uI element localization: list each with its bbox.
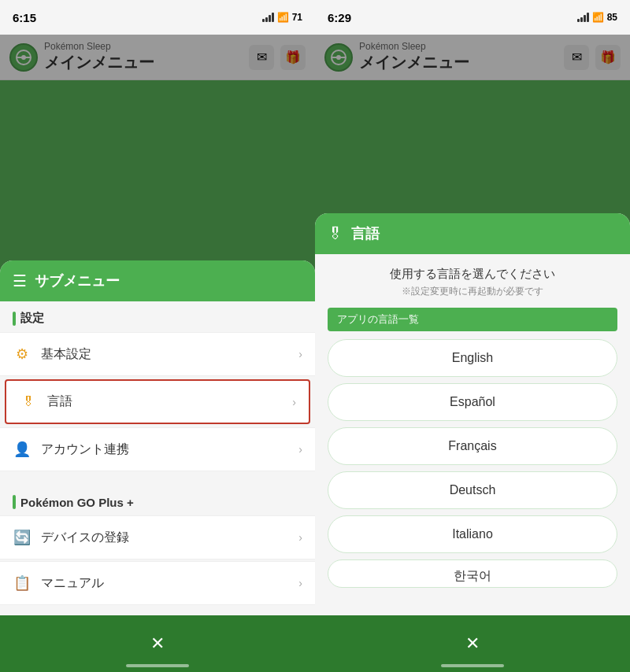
language-option-english[interactable]: English (328, 339, 617, 377)
home-indicator-right (441, 664, 504, 667)
time-right: 6:29 (328, 11, 351, 24)
hamburger-icon: ☰ (13, 271, 27, 290)
language-list-header: アプリの言語一覧 (328, 308, 617, 331)
language-header-icon: 🎖 (328, 225, 343, 243)
battery-left: 71 (292, 12, 302, 23)
section-bar-pokemon (13, 495, 16, 509)
language-option-espanol[interactable]: Español (328, 383, 617, 421)
section-label-pokemon-go: Pokémon GO Plus + (0, 486, 315, 514)
language-modal: 🎖 言語 使用する言語を選んでください ※設定変更時に再起動が必要です アプリの… (315, 213, 630, 672)
close-x-icon-right[interactable]: ✕ (465, 633, 480, 654)
language-option-deutsch[interactable]: Deutsch (328, 471, 617, 509)
language-option-italiano[interactable]: Italiano (328, 515, 617, 553)
left-phone-panel: 6:15 📶 71 Pokémo (0, 0, 315, 672)
submenu-modal: ☰ サブメニュー 設定 ⚙ 基本設定 › 🎖 言 (0, 260, 315, 672)
language-icon: 🎖 (19, 395, 38, 409)
modal-header-right: 🎖 言語 (315, 213, 630, 254)
menu-item-manual[interactable]: 📋 マニュアル › (0, 561, 315, 605)
right-phone-panel: 6:29 📶 85 Pokémo (315, 0, 630, 672)
language-instruction: 使用する言語を選んでください ※設定変更時に再起動が必要です (328, 267, 617, 298)
status-icons-left: 📶 71 (262, 12, 302, 23)
signal-icon-left (262, 13, 274, 22)
modal-header-left: ☰ サブメニュー (0, 260, 315, 301)
manual-icon: 📋 (13, 574, 32, 592)
time-left: 6:15 (13, 11, 36, 24)
bottom-bar-right: ✕ (315, 615, 630, 672)
language-modal-content: 使用する言語を選んでください ※設定変更時に再起動が必要です アプリの言語一覧 … (315, 254, 630, 607)
menu-item-language[interactable]: 🎖 言語 › (5, 379, 310, 424)
language-option-korean[interactable]: 한국어 (328, 559, 617, 588)
status-icons-right: 📶 85 (577, 12, 617, 23)
section-label-settings: 設定 (0, 301, 315, 330)
menu-item-basic-settings[interactable]: ⚙ 基本設定 › (0, 332, 315, 376)
section-divider (0, 473, 315, 486)
chevron-language: › (292, 396, 296, 408)
battery-right: 85 (607, 12, 617, 23)
wifi-icon-left: 📶 (277, 12, 289, 23)
overlay-right: 🎖 言語 使用する言語を選んでください ※設定変更時に再起動が必要です アプリの… (315, 35, 630, 672)
modal-content-left: 設定 ⚙ 基本設定 › 🎖 言語 › 👤 アカウント連携 (0, 301, 315, 607)
signal-icon-right (577, 13, 589, 22)
account-icon: 👤 (13, 441, 32, 458)
home-indicator-left (126, 664, 189, 667)
device-icon: 🔄 (13, 529, 32, 546)
menu-item-device[interactable]: 🔄 デバイスの登録 › (0, 515, 315, 559)
bottom-bar-left: ✕ (0, 615, 315, 672)
overlay-left: ☰ サブメニュー 設定 ⚙ 基本設定 › 🎖 言 (0, 35, 315, 672)
chevron-manual: › (298, 577, 302, 589)
close-x-icon-left[interactable]: ✕ (150, 633, 165, 654)
chevron-account: › (298, 443, 302, 456)
chevron-basic-settings: › (298, 348, 302, 360)
section-bar-settings (13, 312, 16, 326)
status-bar-right: 6:29 📶 85 (315, 0, 630, 35)
menu-item-account[interactable]: 👤 アカウント連携 › (0, 427, 315, 471)
status-bar-left: 6:15 📶 71 (0, 0, 315, 35)
gear-icon-menu: ⚙ (13, 345, 32, 363)
chevron-device: › (298, 531, 302, 544)
language-option-francais[interactable]: Français (328, 427, 617, 465)
wifi-icon-right: 📶 (592, 12, 604, 23)
